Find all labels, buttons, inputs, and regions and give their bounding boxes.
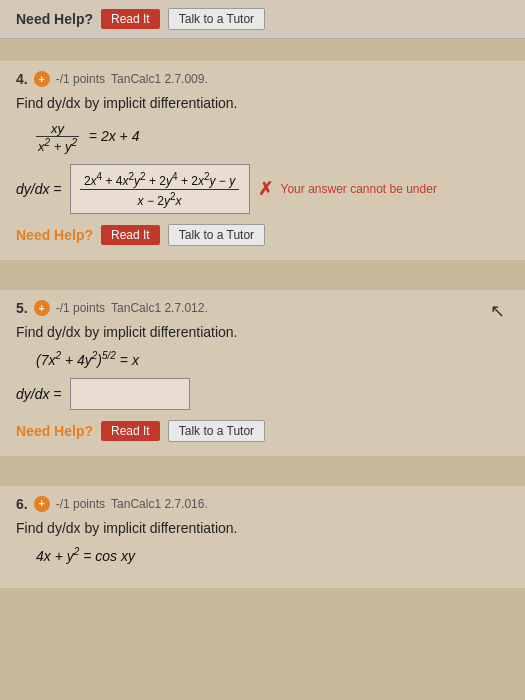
question-4-equation: xy x2 + y2 = 2x + 4: [36, 121, 509, 154]
question-5-help-row: Need Help? Read It Talk to a Tutor: [16, 420, 509, 442]
question-6-instruction: Find dy/dx by implicit differentiation.: [16, 520, 509, 536]
read-it-button-4[interactable]: Read It: [101, 225, 160, 245]
question-4-answer-box[interactable]: 2x4 + 4x2y2 + 2y4 + 2x2y − y x − 2y2x: [70, 164, 250, 214]
question-4-id: TanCalc1 2.7.009.: [111, 72, 208, 86]
question-5-answer-row: dy/dx =: [16, 378, 509, 410]
question-4-instruction: Find dy/dx by implicit differentiation.: [16, 95, 509, 111]
question-6-points-icon: +: [34, 496, 50, 512]
question-4-block: 4. + -/1 points TanCalc1 2.7.009. Find d…: [0, 61, 525, 260]
question-6-number: 6.: [16, 496, 28, 512]
question-6-points: -/1 points: [56, 497, 105, 511]
question-5-number: 5.: [16, 300, 28, 316]
talk-tutor-button-5[interactable]: Talk to a Tutor: [168, 420, 265, 442]
question-4-number: 4.: [16, 71, 28, 87]
question-4-header: 4. + -/1 points TanCalc1 2.7.009.: [16, 71, 509, 87]
dydx-label-4: dy/dx =: [16, 181, 62, 197]
wrong-msg-4: Your answer cannot be under: [281, 182, 437, 196]
top-need-help-label: Need Help?: [16, 11, 93, 27]
question-6-equation: 4x + y2 = cos xy: [36, 546, 509, 564]
question-4-points-icon: +: [34, 71, 50, 87]
talk-tutor-button-4[interactable]: Talk to a Tutor: [168, 224, 265, 246]
question-6-block: 6. + -/1 points TanCalc1 2.7.016. Find d…: [0, 486, 525, 588]
question-5-block: 5. + -/1 points TanCalc1 2.7.012. ↖ Find…: [0, 290, 525, 456]
question-6-header: 6. + -/1 points TanCalc1 2.7.016.: [16, 496, 509, 512]
question-5-points-icon: +: [34, 300, 50, 316]
question-5-equation: (7x2 + 4y2)5/2 = x: [36, 350, 509, 368]
question-6-id: TanCalc1 2.7.016.: [111, 497, 208, 511]
question-5-header: 5. + -/1 points TanCalc1 2.7.012. ↖: [16, 300, 509, 316]
read-it-button-5[interactable]: Read It: [101, 421, 160, 441]
question-5-id: TanCalc1 2.7.012.: [111, 301, 208, 315]
wrong-icon-4: ✗: [258, 178, 273, 200]
equation-fraction: xy x2 + y2: [36, 121, 79, 154]
need-help-label-4: Need Help?: [16, 227, 93, 243]
question-4-help-row: Need Help? Read It Talk to a Tutor: [16, 224, 509, 246]
question-5-instruction: Find dy/dx by implicit differentiation.: [16, 324, 509, 340]
top-talk-tutor-button[interactable]: Talk to a Tutor: [168, 8, 265, 30]
dydx-label-5: dy/dx =: [16, 386, 62, 402]
need-help-label-5: Need Help?: [16, 423, 93, 439]
answer-fraction-4: 2x4 + 4x2y2 + 2y4 + 2x2y − y x − 2y2x: [80, 170, 239, 209]
question-5-points: -/1 points: [56, 301, 105, 315]
question-5-answer-box[interactable]: [70, 378, 190, 410]
question-4-answer-row: dy/dx = 2x4 + 4x2y2 + 2y4 + 2x2y − y x −…: [16, 164, 509, 214]
top-bar: Need Help? Read It Talk to a Tutor: [0, 0, 525, 39]
cursor-icon: ↖: [490, 300, 505, 322]
question-4-points: -/1 points: [56, 72, 105, 86]
top-read-it-button[interactable]: Read It: [101, 9, 160, 29]
